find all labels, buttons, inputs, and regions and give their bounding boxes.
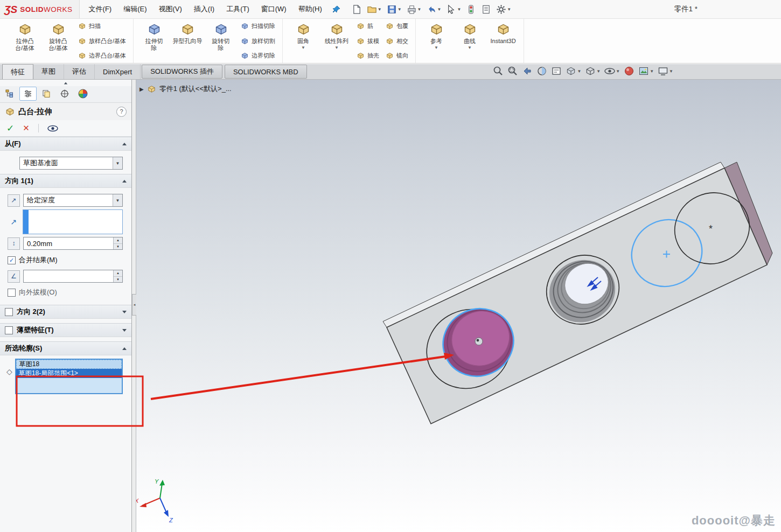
panel-splitter[interactable]: ◂ [132, 80, 136, 532]
reverse-direction-icon[interactable]: ↗ [8, 194, 20, 207]
tab-evaluate[interactable]: 评估 [64, 64, 95, 79]
section-from-header[interactable]: 从(F) [0, 137, 131, 151]
menu-edit[interactable]: 编辑(E) [117, 1, 152, 18]
previous-view-button[interactable] [522, 66, 533, 76]
ribbon-boundary-cut-button[interactable]: 边界切除 [239, 51, 277, 60]
zoom-to-fit-button[interactable] [493, 66, 504, 76]
tab-features[interactable]: 特征 [2, 64, 33, 79]
ribbon-swept-cut-button[interactable]: 扫描切除 [239, 22, 277, 31]
cancel-button[interactable]: ✕ [23, 123, 30, 133]
undo-button[interactable]: ▼ [425, 3, 443, 16]
view-orientation-button[interactable]: ▼ [566, 66, 581, 76]
end-condition-select[interactable]: 给定深度 ▼ [23, 194, 123, 207]
contour-list-item[interactable]: 草图18-局部范围<1> [16, 369, 122, 378]
ribbon-swept-boss-base-button[interactable]: 扫描 [76, 22, 128, 31]
ribbon-curves-button[interactable]: 曲线▼ [454, 21, 486, 51]
preview-eye-icon[interactable] [47, 125, 58, 132]
hide-show-items-button[interactable]: ▼ [604, 66, 620, 76]
ribbon-button-label: 相交 [396, 37, 408, 45]
rebuild-button[interactable] [464, 3, 478, 16]
help-icon[interactable]: ? [116, 107, 127, 117]
ribbon-rib-button[interactable]: 筋 [355, 22, 381, 31]
zoom-to-area-button[interactable] [507, 66, 518, 76]
panel-collapse-handle[interactable] [0, 80, 131, 86]
section-direction2-header[interactable]: 方向 2(2) [0, 305, 131, 319]
file-properties-button[interactable] [479, 3, 493, 16]
section-thin-feature-header[interactable]: 薄壁特征(T) [0, 323, 131, 337]
ribbon-fillet-button[interactable]: 圆角▼ [287, 21, 319, 51]
ribbon-boundary-boss-base-button[interactable]: 边界凸台/基体 [76, 51, 128, 60]
ribbon-linear-pattern-button[interactable]: 线性阵列▼ [320, 21, 353, 51]
section-selected-contours-header[interactable]: 所选轮廓(S) [0, 341, 131, 355]
heads-up-view-toolbar: ▼▼▼▼▼ [493, 66, 673, 76]
manager-tab-propertymanager[interactable] [19, 87, 37, 101]
spin-down-icon[interactable]: ▼ [114, 277, 122, 283]
ribbon-lofted-cut-button[interactable]: 放样切割 [239, 37, 277, 46]
menu-insert[interactable]: 插入(I) [188, 1, 220, 18]
direction2-checkbox[interactable] [5, 308, 13, 316]
breadcrumb[interactable]: ▶ 零件1 (默认<<默认>_... [140, 84, 232, 94]
spin-up-icon[interactable]: ▲ [114, 237, 122, 244]
ribbon-revolved-boss-base-button[interactable]: 旋转凸台/基体 [42, 21, 74, 52]
new-document-button[interactable] [350, 3, 364, 16]
tab-solidworks-mbd[interactable]: SOLIDWORKS MBD [225, 65, 307, 79]
ribbon-hole-wizard-button[interactable]: 异型孔向导 [171, 21, 204, 46]
manager-tab-configurationmanager[interactable] [38, 87, 55, 101]
contour-list-item[interactable]: 草图18 [16, 360, 122, 369]
manager-tab-displaymanager[interactable] [74, 87, 92, 101]
depth-spinner-buttons[interactable]: ▲▼ [113, 237, 122, 249]
draft-outward-checkbox[interactable] [8, 289, 16, 297]
start-condition-select[interactable]: 草图基准面 ▼ [19, 157, 123, 170]
selected-contours-list[interactable]: 草图18草图18-局部范围<1> [15, 359, 123, 394]
ribbon-wrap-button[interactable]: 包覆 [384, 22, 410, 31]
ribbon-mirror-button[interactable]: 镜向 [384, 51, 410, 60]
featuremanager-flyout-icon[interactable]: ▶ [140, 86, 144, 92]
menu-help[interactable]: 帮助(H) [292, 1, 328, 18]
menu-view[interactable]: 视图(V) [153, 1, 188, 18]
ribbon-lofted-boss-base-button[interactable]: 放样凸台/基体 [76, 37, 128, 46]
ribbon-shell-button[interactable]: 抽壳 [355, 51, 381, 60]
direction-reference-box[interactable] [23, 209, 123, 234]
thin-feature-checkbox[interactable] [5, 326, 13, 334]
pin-icon[interactable] [332, 5, 340, 13]
draft-angle-spinner[interactable]: ▲▼ [23, 270, 123, 283]
draft-spinner-buttons[interactable]: ▲▼ [113, 270, 122, 282]
display-style-button[interactable]: ▼ [585, 66, 601, 76]
menu-window[interactable]: 窗口(W) [255, 1, 292, 18]
options-button[interactable]: ▼ [494, 3, 513, 16]
annotation-views-button[interactable] [551, 66, 562, 76]
ribbon-intersect-button[interactable]: 相交 [384, 37, 410, 46]
ribbon-draft-button[interactable]: 拔模 [355, 37, 381, 46]
view-settings-button[interactable]: ▼ [658, 66, 673, 76]
open-button[interactable]: ▼ [365, 3, 383, 16]
merge-result-checkbox[interactable]: ✓ [8, 256, 16, 264]
menu-file[interactable]: 文件(F) [83, 1, 118, 18]
save-button[interactable]: ▼ [385, 3, 403, 16]
ribbon-reference-geometry-button[interactable]: 参考▼ [420, 21, 452, 51]
section-view-button[interactable] [536, 66, 547, 76]
solidworks-logo: ƷS SOLIDWORKS [0, 0, 80, 18]
depth-spinner[interactable]: 0.20mm ▲▼ [23, 237, 123, 250]
tab-dimxpert[interactable]: DimXpert [95, 64, 141, 79]
edit-appearance-button[interactable] [624, 66, 634, 76]
spin-up-icon[interactable]: ▲ [114, 270, 122, 277]
ribbon-button-label: 包覆 [396, 22, 408, 30]
menu-tools[interactable]: 工具(T) [220, 1, 255, 18]
model-canvas[interactable]: * X Y Z [136, 80, 781, 532]
ribbon-revolved-cut-button[interactable]: 旋转切除 [205, 21, 237, 52]
apply-scene-button[interactable]: ▼ [638, 66, 654, 76]
section-direction1-header[interactable]: 方向 1(1) [0, 174, 131, 188]
ribbon-extruded-boss-base-button[interactable]: 拉伸凸台/基体 [9, 21, 41, 52]
spin-down-icon[interactable]: ▼ [114, 244, 122, 250]
manager-tab-dimxpertmanager[interactable] [56, 87, 73, 101]
tab-solidworks-addins[interactable]: SOLIDWORKS 插件 [142, 65, 222, 79]
print-button[interactable]: ▼ [405, 3, 423, 16]
ok-button[interactable]: ✓ [6, 123, 14, 134]
manager-tab-featuremanager[interactable] [1, 87, 18, 101]
viewport[interactable]: * X Y Z ▶ 零件1 (默认<<默认>_... dooooit@暴走 [136, 80, 781, 532]
tab-sketch[interactable]: 草图 [33, 64, 64, 79]
chevron-down-icon: ▼ [417, 7, 422, 12]
ribbon-extruded-cut-button[interactable]: 拉伸切除 [138, 21, 170, 52]
ribbon-instant3d-button[interactable]: Instant3D [487, 21, 519, 46]
select-button[interactable]: ▼ [444, 3, 463, 16]
